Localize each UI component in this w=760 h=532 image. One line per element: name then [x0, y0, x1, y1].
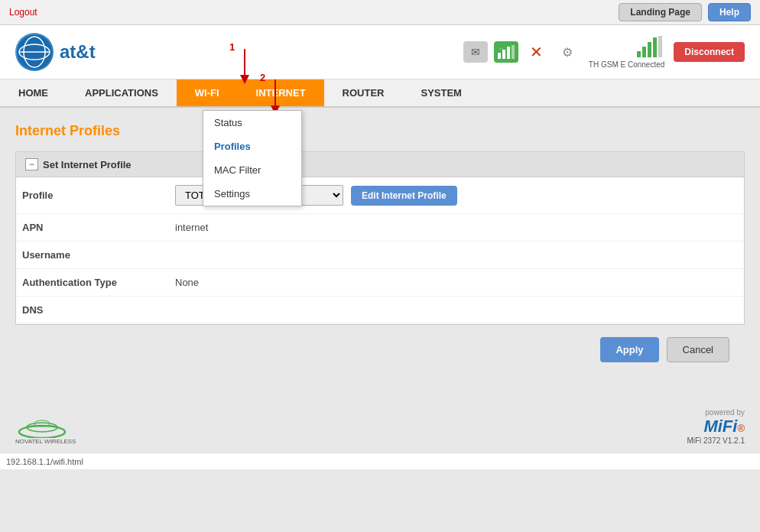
nav-internet[interactable]: INTERNET	[238, 79, 324, 106]
status-bar: 192.168.1.1/wifi.html	[0, 453, 760, 469]
signal-bars-container: TH GSM E Connected	[589, 36, 664, 69]
powered-by-text: powered by	[687, 408, 745, 417]
section-box: − Set Internet Profile Profile TOT Edit …	[15, 151, 745, 325]
status-icons: ✉ ↑↓ ✕ ⚙	[463, 41, 580, 63]
svg-rect-11	[642, 47, 646, 57]
novatel-logo-icon	[15, 417, 69, 438]
signal-icon: ↑↓	[494, 41, 518, 63]
nav-router[interactable]: ROUTER	[324, 79, 403, 106]
top-right-buttons: Landing Page Help	[619, 3, 751, 21]
status-url: 192.168.1.1/wifi.html	[6, 457, 83, 466]
svg-rect-13	[653, 37, 657, 57]
auth-type-label: Authentication Type	[16, 269, 169, 297]
dns-value	[169, 297, 744, 324]
nav-home[interactable]: HOME	[0, 79, 67, 106]
auth-type-value: None	[169, 269, 744, 297]
profile-form: Profile TOT Edit Internet Profile APN in…	[16, 177, 744, 324]
mifi-brand: powered by MiFi® MiFi 2372 V1.2.1	[687, 408, 745, 445]
section-title: Set Internet Profile	[43, 159, 132, 170]
gear-icon: ⚙	[555, 41, 580, 63]
landing-page-button[interactable]: Landing Page	[619, 3, 702, 21]
x-icon: ✕	[525, 41, 549, 63]
dropdown-mac-filter[interactable]: MAC Filter	[203, 158, 301, 182]
mifi-version: MiFi 2372 V1.2.1	[687, 436, 745, 445]
att-brand-text: at&t	[60, 41, 96, 63]
username-value	[169, 242, 744, 269]
svg-rect-10	[637, 51, 641, 57]
att-logo: at&t	[15, 33, 96, 71]
dns-label: DNS	[16, 297, 169, 324]
page-title: Internet Profiles	[15, 123, 745, 139]
nav-wifi[interactable]: WI-FI	[177, 79, 238, 106]
main-content: Internet Profiles − Set Internet Profile…	[0, 108, 760, 385]
mifi-dot: ®	[737, 423, 745, 434]
apn-value: internet	[169, 214, 744, 242]
collapse-button[interactable]: −	[25, 158, 38, 170]
help-button[interactable]: Help	[708, 3, 751, 21]
cancel-button[interactable]: Cancel	[667, 337, 729, 362]
signal-bars-row	[637, 36, 664, 57]
auth-type-row: Authentication Type None	[16, 269, 744, 297]
svg-rect-4	[498, 53, 501, 59]
edit-profile-button[interactable]: Edit Internet Profile	[351, 186, 457, 206]
dns-row: DNS	[16, 297, 744, 324]
svg-rect-14	[658, 36, 662, 57]
svg-rect-7	[512, 45, 515, 59]
footer: NOVATEL WIRELESS powered by MiFi® MiFi 2…	[0, 401, 760, 453]
nav-applications[interactable]: APPLICATIONS	[67, 79, 177, 106]
bottom-bar: Apply Cancel	[15, 325, 745, 370]
profile-label: Profile	[16, 177, 169, 214]
username-label: Username	[16, 242, 169, 269]
dropdown-status[interactable]: Status	[203, 111, 301, 135]
logout-link[interactable]: Logout	[9, 7, 37, 18]
nav-bar: HOME APPLICATIONS WI-FI INTERNET ROUTER …	[0, 79, 760, 108]
signal-info-text: TH GSM E Connected	[589, 60, 664, 69]
section-header: − Set Internet Profile	[16, 152, 744, 177]
top-bar: Logout Landing Page Help	[0, 0, 760, 25]
signal-bars-icon	[637, 36, 664, 57]
email-icon: ✉	[463, 41, 488, 63]
dropdown-settings[interactable]: Settings	[203, 182, 301, 206]
header: at&t ✉ ↑↓ ✕ ⚙	[0, 25, 760, 79]
svg-text:↑↓: ↑↓	[499, 47, 504, 51]
dropdown-profiles[interactable]: Profiles	[203, 135, 301, 158]
username-row: Username	[16, 242, 744, 269]
nav-system[interactable]: SYSTEM	[402, 79, 479, 106]
att-circle-icon	[15, 33, 54, 71]
header-right: ✉ ↑↓ ✕ ⚙	[463, 36, 745, 69]
apply-button[interactable]: Apply	[600, 337, 658, 362]
internet-dropdown: Status Profiles MAC Filter Settings	[203, 110, 302, 206]
svg-rect-12	[648, 42, 651, 57]
profile-row: Profile TOT Edit Internet Profile	[16, 177, 744, 214]
mifi-logo-row: MiFi®	[687, 417, 745, 436]
disconnect-button[interactable]: Disconnect	[674, 42, 745, 62]
novatel-logo: NOVATEL WIRELESS	[15, 417, 76, 445]
apn-row: APN internet	[16, 214, 744, 242]
svg-rect-6	[507, 47, 510, 59]
mifi-text: MiFi	[703, 417, 737, 436]
novatel-text: NOVATEL WIRELESS	[15, 438, 76, 445]
apn-label: APN	[16, 214, 169, 242]
